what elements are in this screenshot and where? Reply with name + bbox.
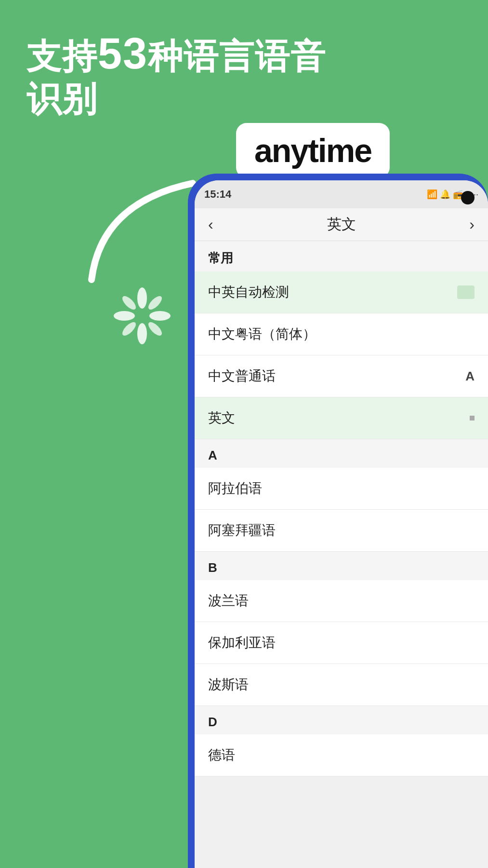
list-item[interactable]: 阿拉伯语 bbox=[195, 468, 488, 510]
svg-point-0 bbox=[137, 287, 147, 309]
nav-title: 英文 bbox=[327, 215, 356, 234]
svg-point-2 bbox=[114, 311, 135, 321]
headline-number: 53 bbox=[98, 29, 148, 78]
list-item[interactable]: 中文粤语（简体） bbox=[195, 313, 488, 355]
section-header-a: A bbox=[195, 439, 488, 468]
list-item[interactable]: 波斯语 bbox=[195, 664, 488, 706]
lang-label: 中英自动检测 bbox=[208, 283, 289, 301]
language-list: 常用 中英自动检测 中文粤语（简体） 中文普通话 A 英文 A 阿拉伯语 bbox=[195, 241, 488, 776]
list-item-selected[interactable]: 英文 bbox=[195, 397, 488, 439]
lang-label: 波斯语 bbox=[208, 676, 249, 694]
phone-mockup: 15:14 📶 🔔 📻 ■ ·· ‹ 英文 › 常用 中英自动检测 中文粤语（简… bbox=[188, 174, 488, 868]
svg-point-3 bbox=[149, 311, 171, 321]
forward-button[interactable]: › bbox=[469, 216, 475, 233]
list-item[interactable]: 阿塞拜疆语 bbox=[195, 510, 488, 552]
lang-label: 英文 bbox=[208, 409, 235, 427]
svg-point-1 bbox=[137, 323, 147, 344]
back-button[interactable]: ‹ bbox=[208, 216, 213, 233]
lang-label: 保加利亚语 bbox=[208, 634, 276, 652]
anytime-text: anytime bbox=[254, 132, 371, 169]
bubble-tail-decoration bbox=[53, 174, 207, 289]
lang-label: 中文粤语（简体） bbox=[208, 325, 316, 343]
svg-point-6 bbox=[120, 320, 138, 338]
section-header-d: D bbox=[195, 706, 488, 734]
lang-label: 阿拉伯语 bbox=[208, 479, 262, 498]
lang-label: 阿塞拜疆语 bbox=[208, 521, 276, 540]
lang-label: 德语 bbox=[208, 746, 235, 764]
decorative-cross bbox=[111, 285, 173, 347]
svg-point-5 bbox=[146, 294, 164, 312]
list-item[interactable]: 保加利亚语 bbox=[195, 622, 488, 664]
list-item[interactable]: 中英自动检测 bbox=[195, 271, 488, 313]
list-item[interactable]: 德语 bbox=[195, 734, 488, 776]
lang-label: 波兰语 bbox=[208, 592, 249, 610]
lang-label: 中文普通话 bbox=[208, 367, 276, 385]
lang-indicator: A bbox=[465, 369, 475, 384]
nav-bar: ‹ 英文 › bbox=[195, 208, 488, 241]
headline: 支持53种语言语音 识别 bbox=[26, 29, 326, 119]
svg-point-7 bbox=[146, 320, 164, 338]
phone-screen: 15:14 📶 🔔 📻 ■ ·· ‹ 英文 › 常用 中英自动检测 中文粤语（简… bbox=[195, 180, 488, 868]
status-bar: 15:14 📶 🔔 📻 ■ ·· bbox=[195, 180, 488, 208]
list-item[interactable]: 波兰语 bbox=[195, 580, 488, 622]
selected-indicator bbox=[470, 416, 475, 420]
camera-dot bbox=[461, 191, 475, 204]
status-time: 15:14 bbox=[204, 188, 231, 201]
svg-point-4 bbox=[120, 294, 138, 312]
list-item[interactable]: 中文普通话 A bbox=[195, 355, 488, 397]
section-header-common: 常用 bbox=[195, 241, 488, 271]
section-header-b: B bbox=[195, 552, 488, 580]
anytime-badge: anytime bbox=[236, 123, 390, 178]
